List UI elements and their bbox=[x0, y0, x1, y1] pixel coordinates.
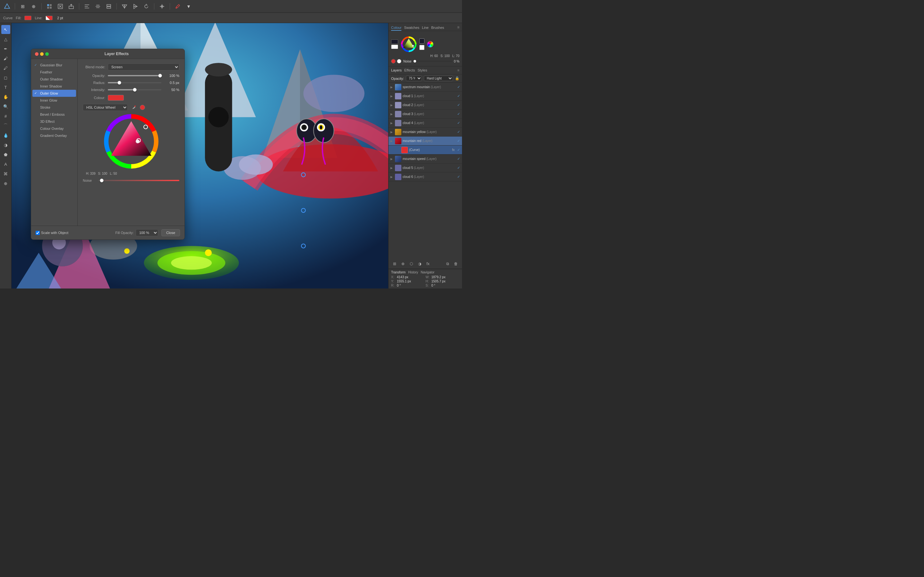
effect-outer-shadow[interactable]: ✓ Outer Shadow bbox=[31, 76, 78, 83]
radius-thumb[interactable] bbox=[118, 81, 121, 85]
layer-cloud1[interactable]: ▶ cloud 1 (Layer) ✓ bbox=[389, 92, 462, 101]
layer-cloud6[interactable]: ▶ cloud 6 (Layer) ✓ bbox=[389, 172, 462, 181]
hand-tool[interactable]: ✋ bbox=[1, 92, 10, 101]
opacity-slider[interactable] bbox=[108, 75, 162, 76]
vector-tool[interactable] bbox=[56, 2, 65, 11]
tab-swatches[interactable]: Swatches bbox=[404, 25, 419, 31]
effect-inner-glow[interactable]: ✓ Inner Glow bbox=[31, 97, 78, 104]
duplicate-layer-btn[interactable]: ⧉ bbox=[444, 260, 451, 268]
intensity-slider[interactable] bbox=[108, 89, 162, 90]
delete-layer-btn[interactable]: 🗑 bbox=[452, 260, 459, 268]
tab-line[interactable]: Line bbox=[422, 25, 429, 31]
scale-with-object-checkbox[interactable] bbox=[36, 231, 40, 235]
layer-curve[interactable]: (Curve) fx ✓ bbox=[389, 145, 462, 155]
zoom-tool[interactable]: 🔍 bbox=[1, 102, 10, 111]
layers-menu[interactable]: ≡ bbox=[457, 68, 459, 72]
opacity-thumb[interactable] bbox=[158, 74, 162, 77]
flip-v[interactable] bbox=[131, 2, 140, 11]
mask-btn[interactable]: ⬡ bbox=[408, 260, 415, 268]
colour-circle[interactable] bbox=[427, 41, 433, 47]
shape-tool[interactable]: ◻ bbox=[1, 73, 10, 82]
tab-effects[interactable]: Effects bbox=[404, 68, 415, 72]
navigator-tab[interactable]: Navigator bbox=[421, 271, 435, 274]
noise-slider-thumb[interactable] bbox=[414, 60, 416, 63]
radius-slider[interactable] bbox=[108, 82, 162, 83]
panel-menu[interactable]: ≡ bbox=[457, 25, 459, 31]
noise-thumb[interactable] bbox=[100, 179, 103, 182]
select-tool[interactable]: ↖ bbox=[1, 25, 10, 34]
align-left[interactable] bbox=[82, 2, 91, 11]
tab-styles[interactable]: Styles bbox=[417, 68, 427, 72]
layer-mountain-speed[interactable]: ▶ mountain speed (Layer) ✓ bbox=[389, 155, 462, 163]
colour-swatch[interactable] bbox=[108, 95, 124, 101]
brush-tool[interactable] bbox=[173, 2, 182, 11]
effect-feather[interactable]: ✓ Feather bbox=[31, 69, 78, 76]
brush-tool-left[interactable]: 🖌 bbox=[1, 54, 10, 63]
hsl-colour-wheel[interactable] bbox=[104, 114, 158, 169]
effect-stroke[interactable]: ✓ Stroke bbox=[31, 104, 78, 111]
share-tool[interactable]: ⊕ bbox=[29, 2, 38, 11]
white-swatch[interactable] bbox=[419, 45, 425, 50]
close-traffic-light[interactable] bbox=[35, 52, 39, 56]
noise-slider[interactable] bbox=[98, 180, 179, 181]
add-layer-btn[interactable]: ⊞ bbox=[391, 260, 398, 268]
fill-swatch[interactable] bbox=[24, 16, 31, 20]
line-swatch[interactable] bbox=[45, 16, 53, 20]
noise-white-dot[interactable] bbox=[397, 59, 401, 63]
layer-cloud5[interactable]: ▶ cloud 5 (Layer) ✓ bbox=[389, 163, 462, 172]
opacity-select-layers[interactable]: 75 % bbox=[406, 76, 422, 81]
paint-tool[interactable]: 🖊 bbox=[1, 63, 10, 73]
effect-3d[interactable]: ✓ 3D Effect bbox=[31, 118, 78, 125]
colour-wheel-mini[interactable] bbox=[401, 36, 417, 52]
snap[interactable] bbox=[158, 2, 166, 11]
flip-h[interactable] bbox=[120, 2, 129, 11]
layer-mountain-red[interactable]: ▶ mountain red (Layer) ✓ bbox=[389, 137, 462, 145]
pixel-tool[interactable] bbox=[45, 2, 54, 11]
intensity-thumb[interactable] bbox=[133, 88, 137, 92]
colour-picker-select[interactable]: HSL Colour Wheel bbox=[83, 104, 128, 111]
tab-colour[interactable]: Colour bbox=[391, 25, 401, 31]
black-swatch[interactable] bbox=[419, 39, 425, 44]
bg-colour[interactable] bbox=[391, 45, 398, 49]
add-pixel-layer-btn[interactable]: ⊕ bbox=[399, 260, 407, 268]
effect-gradient-overlay[interactable]: ✓ Gradient Overlay bbox=[31, 132, 78, 139]
effect-bevel-emboss[interactable]: ✓ Bevel / Emboss bbox=[31, 111, 78, 118]
minimize-traffic-light[interactable] bbox=[40, 52, 44, 56]
maximize-traffic-light[interactable] bbox=[45, 52, 49, 56]
effect-colour-overlay[interactable]: ✓ Colour Overlay bbox=[31, 125, 78, 132]
blend-mode-select[interactable]: Screen bbox=[108, 63, 179, 71]
layer-mountain-yellow[interactable]: ▶ mountain yellow (Layer) ✓ bbox=[389, 127, 462, 137]
scale-with-object-label[interactable]: Scale with Object bbox=[36, 231, 68, 235]
noise-slider-right[interactable] bbox=[414, 61, 452, 62]
fill-tool[interactable]: ⬟ bbox=[1, 150, 10, 159]
gradient-tool[interactable]: ◑ bbox=[1, 140, 10, 149]
adjustment-btn[interactable]: ◑ bbox=[416, 260, 423, 268]
effect-outer-glow[interactable]: ✓ Outer Glow bbox=[32, 90, 76, 97]
add-tool[interactable]: ⊞ bbox=[18, 2, 27, 11]
tab-brushes[interactable]: Brushes bbox=[431, 25, 444, 31]
fx-btn[interactable]: fx bbox=[425, 260, 431, 268]
brush-settings[interactable]: ▼ bbox=[184, 2, 193, 11]
current-colour-dot[interactable] bbox=[140, 105, 145, 110]
layer-cloud2[interactable]: ▶ cloud 2 (Layer) ✓ bbox=[389, 101, 462, 110]
close-button[interactable]: Close bbox=[162, 229, 180, 236]
node-tool[interactable]: △ bbox=[1, 35, 10, 44]
layer-cloud4[interactable]: ▶ cloud 4 (Layer) ✓ bbox=[389, 119, 462, 127]
noise-colour-dot[interactable] bbox=[391, 59, 396, 63]
align-right[interactable] bbox=[104, 2, 113, 11]
fill-opacity-select[interactable]: 100 % bbox=[136, 229, 158, 236]
tab-layers[interactable]: Layers bbox=[391, 68, 402, 72]
vector-brush[interactable]: ⌒ bbox=[1, 121, 10, 130]
effect-inner-shadow[interactable]: ✓ Inner Shadow bbox=[31, 83, 78, 90]
fg-colour[interactable] bbox=[391, 39, 398, 44]
pen-tool[interactable]: ✒ bbox=[1, 44, 10, 53]
history-tab[interactable]: History bbox=[408, 271, 418, 274]
rotate[interactable] bbox=[142, 2, 151, 11]
symbol-tool[interactable]: ⌘ bbox=[1, 169, 10, 178]
text-frame[interactable]: A bbox=[1, 160, 10, 169]
export-tool[interactable] bbox=[67, 2, 76, 11]
blend-mode-layers[interactable]: Hard Light bbox=[424, 76, 453, 81]
layer-spectrum-mountain[interactable]: ▶ spectrum mountain (Layer) ✓ bbox=[389, 83, 462, 92]
align-center[interactable] bbox=[94, 2, 102, 11]
grid-tool[interactable]: # bbox=[1, 111, 10, 121]
